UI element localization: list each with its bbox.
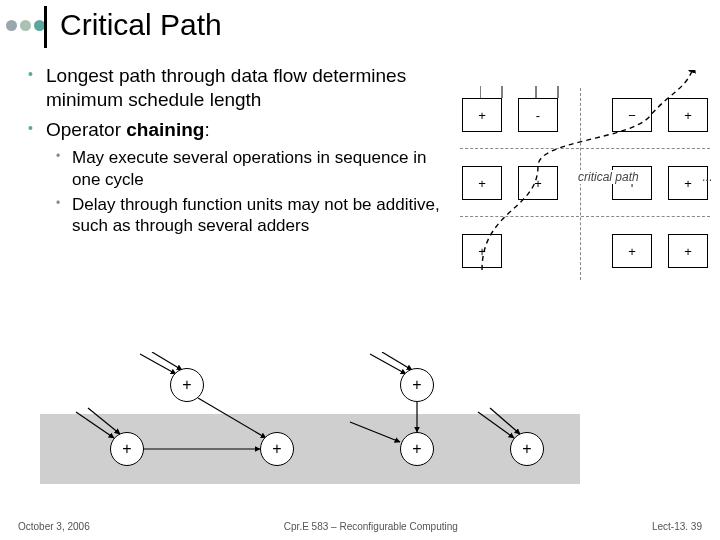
bullet-2b: Delay through function units may not be … (56, 194, 448, 237)
svg-line-7 (382, 352, 412, 370)
bullet-2-prefix: Operator (46, 119, 126, 140)
slide-title: Critical Path (60, 8, 222, 42)
svg-line-4 (140, 354, 176, 374)
op-box: + (462, 234, 502, 268)
header: Critical Path (0, 6, 720, 54)
header-separator (44, 6, 47, 48)
dashed-divider (460, 216, 710, 217)
slide: Critical Path Longest path through data … (0, 0, 720, 540)
body-text: Longest path through data flow determine… (28, 64, 448, 242)
op-node: + (260, 432, 294, 466)
ellipsis: ... (702, 170, 712, 184)
op-node: + (170, 368, 204, 402)
dashed-divider (460, 148, 710, 149)
footer-pagenum: Lect-13. 39 (652, 521, 702, 532)
svg-line-5 (152, 352, 182, 370)
op-box: + (518, 166, 558, 200)
bullet-1: Longest path through data flow determine… (28, 64, 448, 112)
op-node: + (110, 432, 144, 466)
critical-path-diagram: + - − + + + + + + + + critical path ... (460, 70, 710, 280)
footer-course: Cpr.E 583 – Reconfigurable Computing (284, 521, 458, 532)
header-dots (6, 20, 45, 31)
svg-line-6 (370, 354, 406, 374)
op-box: + (462, 166, 502, 200)
dot-icon (6, 20, 17, 31)
op-node: + (400, 368, 434, 402)
op-node: + (510, 432, 544, 466)
op-box: − (612, 98, 652, 132)
op-box: + (668, 234, 708, 268)
footer: October 3, 2006 Cpr.E 583 – Reconfigurab… (0, 521, 720, 532)
op-box: + (612, 234, 652, 268)
op-box: + (462, 98, 502, 132)
dot-icon (20, 20, 31, 31)
footer-date: October 3, 2006 (18, 521, 90, 532)
bullet-2-suffix: : (204, 119, 209, 140)
bullet-2a: May execute several operations in sequen… (56, 147, 448, 190)
bullet-2: Operator chaining: May execute several o… (28, 118, 448, 237)
op-box: + (668, 98, 708, 132)
critical-path-label: critical path (576, 170, 641, 184)
chaining-diagram: + + + + + + (40, 352, 580, 484)
dashed-divider (580, 88, 581, 280)
bullet-2-bold: chaining (126, 119, 204, 140)
op-box: - (518, 98, 558, 132)
op-node: + (400, 432, 434, 466)
